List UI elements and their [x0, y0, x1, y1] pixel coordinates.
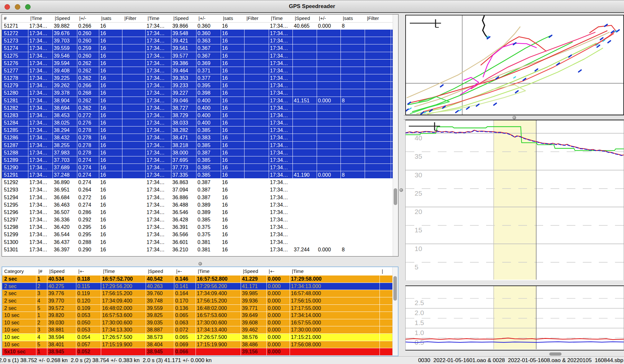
- column-header[interactable]: |Time: [30, 14, 55, 22]
- column-header[interactable]: |Speed: [49, 267, 78, 275]
- summary-row[interactable]: 2 sec439.7700.12017:34:09.40039.7480.170…: [2, 297, 392, 305]
- speed-chart-panel[interactable]: 403530252015105: [405, 120, 624, 280]
- svg-text:40: 40: [415, 134, 422, 142]
- table-row[interactable]: 5129317:34…36.9510.2641617:34…37.0940.38…: [2, 186, 393, 193]
- table-row[interactable]: 5127317:34…39.7030.2601617:34…39.4210.36…: [2, 37, 393, 44]
- summary-cell: 0.000: [267, 312, 290, 319]
- summary-row[interactable]: 2 sec140.5340.11816:57:52.70040.5420.146…: [2, 275, 392, 283]
- map-splitter-handle[interactable]: [513, 116, 516, 119]
- column-header[interactable]: |#: [38, 267, 49, 275]
- summary-row[interactable]: 2 sec539.5720.10916:48:02.00039.5590.136…: [2, 305, 392, 312]
- column-header[interactable]: |Speed: [243, 267, 269, 275]
- column-header[interactable]: |Time: [271, 14, 295, 22]
- table-row[interactable]: 5128617:34…38.4320.2781617:34…38.4710.38…: [2, 134, 393, 141]
- points-table-scrollbar[interactable]: [393, 14, 398, 256]
- table-row[interactable]: 5129117:34…37.2480.2741617:34…37.3350.38…: [2, 171, 393, 179]
- column-header[interactable]: #: [2, 14, 30, 22]
- column-header[interactable]: |+-: [269, 267, 292, 275]
- column-header[interactable]: |+/-: [319, 14, 343, 22]
- table-row[interactable]: 5128317:34…38.4530.2721617:34…38.7290.40…: [2, 112, 393, 119]
- table-row[interactable]: 5127117:34…39.8820.2661617:34…39.8660.36…: [2, 22, 393, 30]
- column-header[interactable]: Category: [2, 267, 38, 275]
- table-row[interactable]: 5128717:34…38.2550.2781617:34…38.2180.38…: [2, 142, 393, 149]
- table-row[interactable]: 5127717:34…39.4080.2621617:34…39.4640.37…: [2, 67, 393, 74]
- column-header[interactable]: |+-: [176, 267, 198, 275]
- column-header[interactable]: |Speed: [295, 14, 319, 22]
- column-header[interactable]: |sats: [223, 14, 246, 22]
- column-header[interactable]: |Time: [198, 267, 243, 275]
- track-map[interactable]: [406, 15, 623, 115]
- table-row[interactable]: 5127917:34…39.2620.2661617:34…39.2330.39…: [2, 82, 393, 89]
- table-row[interactable]: 5129817:34…36.4200.2951617:34…36.3910.37…: [2, 223, 393, 231]
- table-cell: 17:34…: [28, 216, 53, 223]
- results-scrollbar-thumb[interactable]: [393, 276, 397, 301]
- results-table-scrollbar[interactable]: [392, 267, 398, 356]
- column-header[interactable]: |Speed: [148, 267, 176, 275]
- table-row[interactable]: 5129617:34…36.5070.2861617:34…36.5460.38…: [2, 209, 393, 216]
- summary-row[interactable]: 5x10 sec138.9450.05238.9450.06639.1560.0…: [2, 348, 392, 356]
- table-cell: 0.398: [197, 89, 221, 96]
- column-header[interactable]: |+/-: [198, 14, 223, 22]
- column-header[interactable]: |Filter: [124, 14, 148, 22]
- chart-horizontal-scrollbar[interactable]: [405, 352, 624, 356]
- summary-row[interactable]: 2 sec240.2750.11517:29:56.20040.2630.141…: [2, 283, 392, 290]
- column-header[interactable]: |: [382, 267, 384, 275]
- accuracy-chart[interactable]: 2.52.01.51.00.5: [406, 286, 624, 349]
- table-row[interactable]: 5128117:34…38.9040.2621617:34…39.0460.40…: [2, 97, 393, 104]
- table-row[interactable]: 5129517:34…36.4630.2741617:34…36.4880.38…: [2, 201, 393, 209]
- column-header[interactable]: |Time: [103, 267, 148, 275]
- column-header[interactable]: |Filter: [367, 14, 393, 22]
- summary-row[interactable]: 10 sec239.0300.05017:30:00.60039.0350.06…: [2, 319, 392, 327]
- table-cell: 51279: [2, 82, 28, 89]
- table-row[interactable]: 5129417:34…36.6840.2721617:34…36.8860.38…: [2, 194, 393, 201]
- table-row[interactable]: 5128417:34…38.0250.2761617:34…38.0330.40…: [2, 119, 393, 126]
- table-cell: 17:34…: [269, 60, 293, 67]
- column-header[interactable]: |sats: [343, 14, 367, 22]
- table-row[interactable]: 5127217:34…39.6760.2601617:34…39.5480.36…: [2, 30, 393, 37]
- summary-row[interactable]: 10 sec338.8810.05317:34:13.30038.8870.07…: [2, 326, 392, 334]
- summary-row[interactable]: 10 sec139.8200.05316:57:53.60039.8250.06…: [2, 312, 392, 319]
- table-row[interactable]: 5129917:34…36.5440.2951617:34…36.5660.37…: [2, 231, 393, 238]
- summary-row[interactable]: 10 sec438.5940.05417:26:57.50038.5730.06…: [2, 334, 392, 341]
- table-row[interactable]: 5127817:34…39.2250.2621617:34…39.3530.37…: [2, 74, 393, 82]
- table-row[interactable]: 5127617:34…39.5940.2621617:34…39.3860.36…: [2, 60, 393, 67]
- table-cell: 0.278: [77, 142, 99, 149]
- vertical-splitter-handle[interactable]: [399, 188, 403, 192]
- table-row[interactable]: 5130017:34…36.4370.2881617:34…36.6010.38…: [2, 238, 393, 246]
- column-header[interactable]: |Speed: [55, 14, 79, 22]
- table-row[interactable]: 5127517:34…39.5460.2601617:34…39.5770.36…: [2, 52, 393, 60]
- table-row[interactable]: 5129717:34…36.3360.2921617:34…36.4280.38…: [2, 216, 393, 223]
- column-header[interactable]: |+-: [78, 267, 103, 275]
- scale-slider-icon[interactable]: [409, 122, 440, 130]
- table-row[interactable]: 5128917:34…37.7030.2741617:34…37.6950.38…: [2, 156, 393, 164]
- table-cell: 0.367: [197, 44, 221, 51]
- summary-row[interactable]: 2 sec339.7760.11917:56:15.20039.7600.164…: [2, 290, 392, 297]
- horizontal-splitter-handle[interactable]: [198, 262, 202, 266]
- table-cell: [293, 67, 317, 74]
- summary-row[interactable]: 10 sec538.4010.05717:15:19.90038.4040.06…: [2, 341, 392, 349]
- chart-hscroll-thumb[interactable]: [549, 352, 562, 356]
- table-row[interactable]: 5127417:34…39.5590.2591617:34…39.5610.36…: [2, 44, 393, 52]
- column-header[interactable]: |Time: [148, 14, 173, 22]
- table-row[interactable]: 5129017:34…37.6890.2741617:34…37.7730.38…: [2, 164, 393, 171]
- points-scrollbar-thumb[interactable]: [394, 188, 397, 205]
- table-cell: 39.703: [53, 37, 77, 44]
- column-header[interactable]: |sats: [101, 14, 124, 22]
- table-row[interactable]: 5128517:34…38.2940.2781617:34…38.2820.38…: [2, 126, 393, 134]
- accuracy-chart-panel[interactable]: 2.52.01.51.00.5: [405, 285, 624, 350]
- column-header[interactable]: |Time: [292, 267, 382, 275]
- table-row[interactable]: 5128017:34…39.3780.2681617:34…39.2270.39…: [2, 89, 393, 97]
- table-cell: [122, 142, 146, 149]
- table-row[interactable]: 5130117:34…36.3970.2901617:34…36.2100.38…: [2, 246, 393, 253]
- track-map-panel[interactable]: [405, 15, 624, 115]
- column-header[interactable]: |+/-: [79, 14, 101, 22]
- table-row[interactable]: 5128217:34…38.6940.2621617:34…38.7270.40…: [2, 104, 393, 112]
- table-cell: [293, 216, 317, 223]
- column-header[interactable]: |Speed: [173, 14, 198, 22]
- summary-cell: 10 sec: [2, 326, 36, 333]
- table-row[interactable]: 5129217:34…36.8900.2741617:34…36.8630.38…: [2, 179, 393, 186]
- column-header[interactable]: |Filter: [246, 14, 271, 22]
- speed-chart[interactable]: 403530252015105: [406, 120, 624, 280]
- table-row[interactable]: 5128817:34…37.9830.2781617:34…38.0000.38…: [2, 149, 393, 156]
- scale-slider-icon[interactable]: [410, 19, 441, 27]
